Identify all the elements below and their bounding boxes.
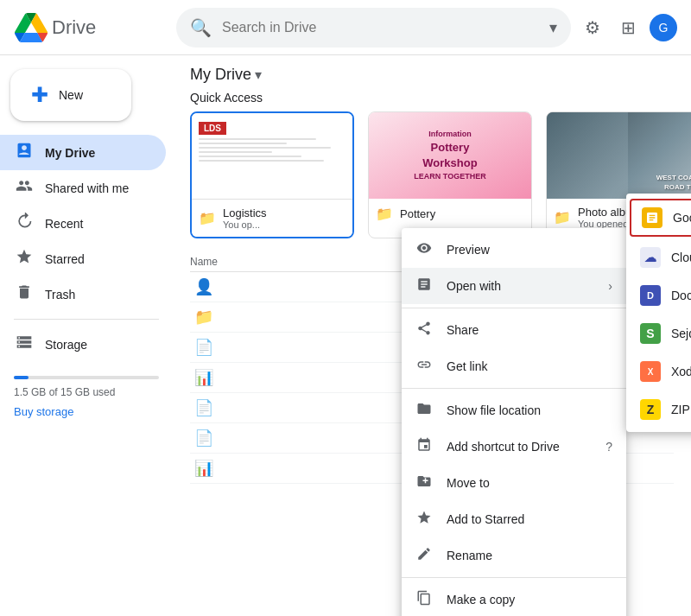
grid-icon[interactable]: ⊞ bbox=[614, 10, 643, 45]
storage-text: 1.5 GB of 15 GB used bbox=[14, 386, 159, 398]
menu-divider-1 bbox=[402, 308, 626, 308]
context-menu: Preview Open with › Share Get li bbox=[402, 228, 626, 616]
file-icon-1: 👤 bbox=[190, 277, 218, 296]
menu-label-add-starred: Add to Starred bbox=[447, 512, 524, 526]
menu-item-rename[interactable]: Rename bbox=[402, 537, 626, 574]
sidebar: ✚ New My Drive Shared with me Recent bbox=[0, 55, 173, 616]
search-bar[interactable]: 🔍 ▾ bbox=[176, 8, 571, 48]
my-drive-dropdown-icon[interactable]: ▾ bbox=[255, 67, 262, 83]
qa-card-logistics[interactable]: LDS 📁 Logistics bbox=[190, 111, 354, 238]
submenu-label-cloudconvert: CloudConvert bbox=[671, 251, 691, 264]
menu-item-move-to[interactable]: Move to bbox=[402, 465, 626, 501]
submenu-label-zip: ZIP Extractor bbox=[671, 403, 691, 416]
qa-thumb-logistics: LDS bbox=[192, 113, 352, 200]
sidebar-trash-label: Trash bbox=[45, 288, 75, 302]
menu-label-move-to: Move to bbox=[447, 476, 490, 490]
sidebar-item-recent[interactable]: Recent bbox=[0, 206, 166, 241]
move-icon bbox=[415, 473, 433, 492]
cloudconvert-icon: ☁ bbox=[640, 247, 661, 268]
my-drive-icon bbox=[14, 142, 35, 163]
storage-bar-fill bbox=[14, 376, 29, 379]
qa-thumb-photo: WEST COASTROAD TRIP bbox=[547, 112, 691, 199]
menu-label-preview: Preview bbox=[447, 243, 490, 257]
sidebar-shared-label: Shared with me bbox=[45, 181, 129, 195]
open-with-arrow: › bbox=[608, 279, 612, 293]
logistics-folder-icon: 📁 bbox=[199, 210, 216, 226]
new-button[interactable]: ✚ New bbox=[10, 69, 131, 121]
menu-item-show-location[interactable]: Show file location bbox=[402, 392, 626, 429]
buy-storage-link[interactable]: Buy storage bbox=[14, 405, 159, 418]
sidebar-item-storage[interactable]: Storage bbox=[0, 327, 166, 362]
storage-bar-background bbox=[14, 376, 159, 379]
qa-card-pottery-footer: 📁 Pottery bbox=[369, 199, 531, 229]
menu-item-open-with[interactable]: Open with › bbox=[402, 268, 626, 304]
menu-label-get-link: Get link bbox=[447, 359, 487, 373]
my-drive-title[interactable]: My Drive ▾ bbox=[190, 66, 262, 84]
recent-icon bbox=[14, 213, 35, 234]
main-content: My Drive ▾ Quick Access LDS bbox=[173, 55, 691, 616]
file-icon-2: 📁 bbox=[190, 308, 218, 327]
header: Drive 🔍 ▾ ⚙ ⊞ G bbox=[0, 0, 691, 55]
file-icon-4: 📊 bbox=[190, 368, 218, 387]
qa-thumb-pottery: InformationPotteryWorkshopLEARN TOGETHER bbox=[369, 112, 531, 199]
layout: ✚ New My Drive Shared with me Recent bbox=[0, 55, 691, 616]
submenu-item-xodo[interactable]: X Xodo PDF Reader & Annotator bbox=[626, 352, 691, 391]
quick-access-label: Quick Access bbox=[173, 91, 691, 111]
shared-icon bbox=[14, 177, 35, 199]
help-icon: ? bbox=[605, 440, 612, 454]
location-icon bbox=[415, 401, 433, 420]
submenu-item-dochub[interactable]: D DocHub - PDF Sign and Edit bbox=[626, 276, 691, 314]
search-dropdown-icon[interactable]: ▾ bbox=[549, 18, 557, 37]
photo-folder-icon: 📁 bbox=[554, 209, 571, 225]
submenu-item-sejda[interactable]: S Sejda PDF bbox=[626, 314, 691, 352]
rename-icon bbox=[415, 546, 433, 565]
menu-label-show-location: Show file location bbox=[447, 403, 541, 417]
submenu-item-cloudconvert[interactable]: ☁ CloudConvert bbox=[626, 238, 691, 276]
pottery-name: Pottery bbox=[400, 207, 435, 220]
menu-label-open-with: Open with bbox=[447, 279, 501, 293]
qa-card-pottery[interactable]: InformationPotteryWorkshopLEARN TOGETHER… bbox=[368, 111, 532, 238]
menu-item-make-copy[interactable]: Make a copy bbox=[402, 581, 626, 616]
sidebar-item-my-drive[interactable]: My Drive bbox=[0, 135, 166, 170]
logistics-sub: You op... bbox=[223, 219, 267, 230]
new-label: New bbox=[59, 88, 83, 102]
menu-divider-2 bbox=[402, 388, 626, 389]
pottery-folder-icon: 📁 bbox=[376, 206, 393, 222]
sidebar-divider bbox=[14, 319, 159, 320]
col-header-name: Name bbox=[190, 256, 415, 268]
my-drive-title-text: My Drive bbox=[190, 66, 251, 84]
menu-item-preview[interactable]: Preview bbox=[402, 232, 626, 268]
menu-label-add-shortcut: Add shortcut to Drive bbox=[447, 440, 560, 454]
search-input[interactable] bbox=[222, 20, 539, 35]
sidebar-item-starred[interactable]: Starred bbox=[0, 241, 166, 276]
menu-item-add-shortcut[interactable]: Add shortcut to Drive ? bbox=[402, 429, 626, 465]
submenu-item-zip[interactable]: Z ZIP Extractor bbox=[626, 391, 691, 429]
sidebar-my-drive-label: My Drive bbox=[45, 146, 95, 160]
search-icon: 🔍 bbox=[190, 17, 212, 38]
submenu: Google Slides ☁ CloudConvert D DocHub - … bbox=[626, 194, 691, 432]
star-icon bbox=[14, 248, 35, 270]
submenu-item-google-slides[interactable]: Google Slides bbox=[630, 199, 691, 237]
storage-section: 1.5 GB of 15 GB used Buy storage bbox=[0, 362, 173, 432]
sidebar-item-shared[interactable]: Shared with me bbox=[0, 170, 166, 206]
drive-logo-icon bbox=[14, 13, 48, 42]
preview-icon bbox=[415, 240, 433, 259]
sidebar-item-trash[interactable]: Trash bbox=[0, 276, 166, 312]
trash-icon bbox=[14, 283, 35, 305]
main-header: My Drive ▾ bbox=[173, 55, 691, 91]
settings-icon[interactable]: ⚙ bbox=[578, 10, 607, 45]
menu-label-rename: Rename bbox=[447, 549, 492, 562]
menu-label-share: Share bbox=[447, 323, 479, 337]
zip-icon: Z bbox=[640, 399, 661, 420]
photo-overlay-text: WEST COASTROAD TRIP bbox=[656, 173, 691, 192]
share-icon bbox=[415, 321, 433, 340]
menu-item-add-starred[interactable]: Add to Starred bbox=[402, 501, 626, 537]
submenu-label-dochub: DocHub - PDF Sign and Edit bbox=[671, 289, 691, 302]
plus-icon: ✚ bbox=[31, 83, 48, 107]
file-icon-7: 📊 bbox=[190, 459, 218, 478]
avatar[interactable]: G bbox=[650, 14, 677, 41]
menu-item-get-link[interactable]: Get link bbox=[402, 348, 626, 384]
copy-icon bbox=[415, 590, 433, 609]
google-slides-icon bbox=[642, 207, 662, 228]
menu-item-share[interactable]: Share bbox=[402, 312, 626, 348]
